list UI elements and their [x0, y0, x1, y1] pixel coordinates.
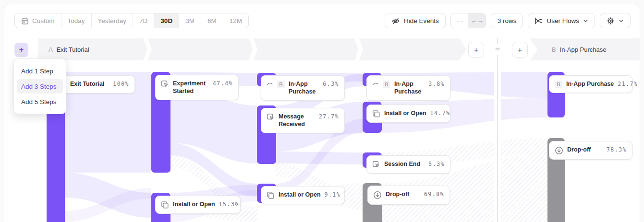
node-value: 27.7%	[319, 113, 339, 120]
flow-node-in-app-purchase-b[interactable]: BIn-App Purchase21.7%	[549, 75, 632, 93]
flow-node-in-app-purchase-step4[interactable]: BIn-App Purchase3.8%	[366, 75, 450, 101]
date-range-label: 12M	[230, 17, 242, 24]
date-range-label: 3M	[185, 17, 194, 24]
date-range-label: Today	[68, 17, 85, 24]
date-range-label: 7D	[139, 17, 147, 24]
flow-node-install-or-open-step2[interactable]: Install or Open15.3%	[155, 196, 241, 214]
chevron-down-icon	[619, 18, 624, 23]
menu-item-add-1-step[interactable]: Add 1 Step	[17, 64, 63, 78]
date-range-custom[interactable]: Custom	[15, 13, 61, 28]
flow-node-experiment-started[interactable]: Experiment Started47.4%	[155, 75, 239, 100]
date-range-label: 30D	[160, 17, 172, 24]
flow-node-in-app-purchase-step3[interactable]: BIn-App Purchase6.3%	[261, 75, 345, 101]
step-band-b-letter: B	[552, 46, 556, 53]
settings-button[interactable]	[600, 13, 631, 28]
date-range-7d[interactable]: 7D	[133, 13, 154, 28]
node-value: 21.7%	[618, 80, 638, 87]
add-steps-menu: Add 1 StepAdd 3 StepsAdd 5 Steps	[13, 58, 66, 114]
menu-item-add-3-steps[interactable]: Add 3 Steps	[17, 79, 63, 93]
date-range-30d[interactable]: 30D	[154, 13, 179, 28]
node-label: Message Received	[279, 113, 315, 129]
gear-icon	[607, 16, 615, 25]
custom-event-icon	[267, 113, 275, 121]
step-b-badge: B	[277, 81, 285, 88]
step-band-a-title: Exit Tutorial	[57, 46, 89, 53]
rows-button[interactable]: 3 rows	[491, 13, 523, 28]
flow-break-approx-symbol: ≈	[491, 44, 504, 55]
add-step-after-a-button[interactable]: +	[468, 42, 484, 58]
step-b-badge: B	[555, 81, 562, 88]
node-value: 47.4%	[213, 80, 233, 87]
calendar-icon	[21, 17, 29, 25]
node-label: Session End	[384, 160, 425, 168]
node-label: In-App Purchase	[394, 80, 425, 96]
drop-off-icon	[555, 146, 563, 155]
flow-node-install-or-open-step4[interactable]: Install or Open14.7%	[366, 105, 450, 123]
node-label: Install or Open	[173, 200, 215, 208]
custom-event-icon	[161, 80, 169, 88]
node-value: 78.3%	[607, 146, 627, 153]
step-b-badge: B	[383, 81, 390, 88]
hide-events-label: Hide Events	[404, 17, 439, 24]
node-value: 5.3%	[428, 160, 445, 167]
add-step-before-b-button[interactable]: +	[512, 42, 528, 58]
date-range-label: Yesterday	[98, 17, 127, 24]
drop-off-icon	[373, 190, 382, 199]
toolbar: CustomTodayYesterday7D30D3M6M12M Hide Ev…	[14, 13, 631, 28]
node-label: Exit Tutorial	[70, 80, 109, 88]
collapse-columns-icon: →←	[454, 17, 465, 24]
expand-columns-button[interactable]: ←→	[468, 13, 486, 28]
date-range-label: Custom	[32, 17, 55, 24]
node-label: Drop-off	[386, 190, 420, 198]
flow-node-message-received[interactable]: Message Received27.7%	[261, 108, 345, 133]
node-label: In-App Purchase	[289, 80, 319, 96]
install-or-open-icon	[161, 200, 169, 209]
repeat-arrow-icon	[372, 80, 379, 87]
view-selector-label: User Flows	[547, 17, 579, 24]
node-label: Install or Open	[384, 109, 426, 117]
user-flows-screen: A Exit Tutorial B In-App Purchase + ≈ + …	[0, 0, 644, 222]
column-spacing-toggle: →← ←→	[450, 13, 486, 28]
node-value: 69.8%	[424, 190, 444, 198]
node-value: 14.7%	[430, 109, 450, 117]
date-range-label: 6M	[207, 17, 217, 24]
flow-node-drop-off-b[interactable]: Drop-off78.3%	[549, 141, 632, 160]
step-band-b: B In-App Purchase	[530, 38, 640, 60]
node-value: 3.8%	[428, 80, 445, 87]
node-value: 6.3%	[323, 80, 339, 87]
date-range-12m[interactable]: 12M	[223, 13, 248, 28]
date-range-selector: CustomTodayYesterday7D30D3M6M12M	[14, 13, 249, 28]
flow-node-session-end[interactable]: Session End5.3%	[366, 155, 450, 174]
node-label: Drop-off	[567, 146, 603, 153]
user-flows-icon	[535, 16, 543, 25]
node-value: 15.3%	[219, 200, 239, 208]
hide-events-button[interactable]: Hide Events	[385, 13, 446, 28]
expand-columns-icon: ←→	[471, 17, 483, 24]
node-label: In-App Purchase	[566, 80, 614, 88]
date-range-yesterday[interactable]: Yesterday	[92, 13, 134, 28]
step-band-b-title: In-App Purchase	[560, 46, 607, 53]
node-label: Experiment Started	[173, 80, 209, 95]
date-range-3m[interactable]: 3M	[179, 13, 201, 28]
rows-label: 3 rows	[498, 17, 517, 24]
install-or-open-icon	[372, 109, 380, 118]
custom-event-icon	[372, 160, 380, 169]
add-step-button[interactable]: +	[14, 43, 28, 57]
step-band-a-letter: A	[49, 46, 53, 53]
menu-item-add-5-steps[interactable]: Add 5 Steps	[17, 94, 63, 109]
node-value: 9.1%	[325, 191, 341, 198]
collapse-columns-button[interactable]: →←	[451, 13, 468, 28]
toolbar-right-group: Hide Events →← ←→ 3 rows User Flows	[385, 13, 631, 28]
flow-break-separator	[497, 38, 498, 222]
chevron-down-icon	[583, 18, 588, 23]
date-range-today[interactable]: Today	[61, 13, 92, 28]
repeat-arrow-icon	[267, 80, 273, 87]
date-range-6m[interactable]: 6M	[201, 13, 223, 28]
flow-node-drop-off-step4[interactable]: Drop-off69.8%	[367, 186, 450, 205]
node-label: Install or Open	[279, 191, 321, 199]
flow-node-install-or-open-step3[interactable]: Install or Open9.1%	[261, 186, 345, 204]
install-or-open-icon	[267, 191, 275, 199]
node-value: 100%	[113, 80, 129, 87]
view-selector-button[interactable]: User Flows	[528, 13, 595, 28]
eye-off-icon	[391, 16, 400, 25]
